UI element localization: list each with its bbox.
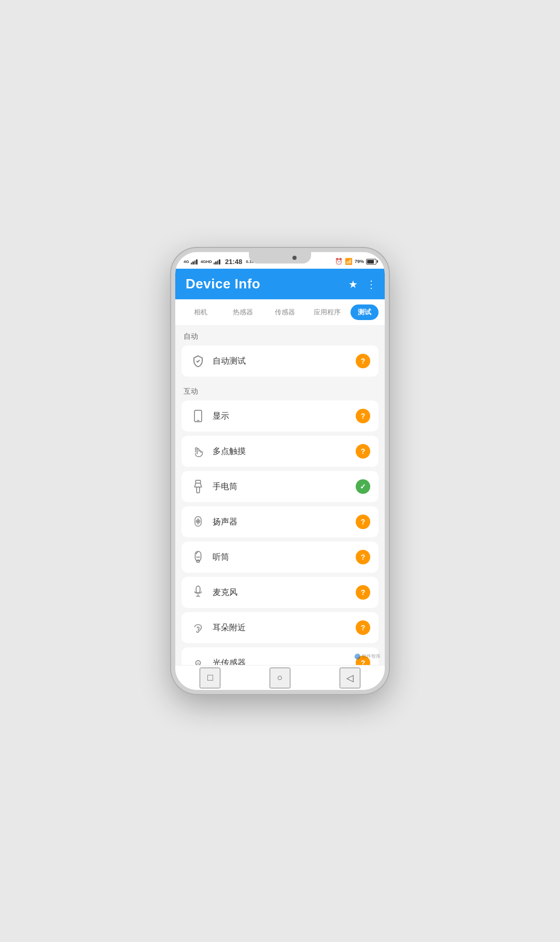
signal-bars-2 bbox=[214, 258, 220, 265]
mic-status: ? bbox=[356, 585, 370, 600]
speaker-label: 扬声器 bbox=[213, 517, 356, 528]
mic-label: 麦克风 bbox=[213, 587, 356, 598]
section-auto-label: 自动 bbox=[181, 326, 379, 345]
status-right: ⏰ 📶 79% bbox=[335, 258, 376, 265]
phone-frame: 4G 4GHD 21:48 0.10 KB/s ⏰ 📶 79% bbox=[171, 248, 389, 694]
battery-percent-label: 79% bbox=[355, 259, 364, 264]
list-item-flashlight[interactable]: 手电筒 ✓ bbox=[181, 471, 379, 502]
earpiece-status: ? bbox=[356, 550, 370, 564]
time-label: 21:48 bbox=[225, 258, 242, 266]
tab-camera[interactable]: 相机 bbox=[181, 306, 220, 319]
bottom-nav: □ ○ ◁ bbox=[175, 665, 385, 690]
svg-rect-9 bbox=[195, 551, 201, 561]
wifi-icon: 📶 bbox=[345, 258, 353, 265]
display-icon bbox=[190, 408, 206, 424]
app-title: Device Info bbox=[186, 276, 260, 292]
display-status: ? bbox=[356, 409, 370, 423]
ear-icon bbox=[190, 619, 206, 636]
star-button[interactable]: ★ bbox=[348, 279, 358, 289]
earpiece-label: 听筒 bbox=[213, 552, 356, 563]
tab-apps[interactable]: 应用程序 bbox=[309, 306, 347, 319]
list-item-auto-test[interactable]: 自动测试 ? bbox=[181, 345, 379, 377]
tab-sensor[interactable]: 传感器 bbox=[266, 306, 304, 319]
light-sensor-label: 光传感器 bbox=[213, 658, 356, 666]
more-button[interactable]: ⋮ bbox=[366, 279, 376, 289]
svg-rect-12 bbox=[196, 586, 200, 593]
ear-proximity-status: ? bbox=[356, 620, 370, 635]
list-item-display[interactable]: 显示 ? bbox=[181, 400, 379, 432]
list-container: 自动 自动测试 ? 互动 bbox=[175, 326, 385, 665]
volume-up-button[interactable] bbox=[171, 351, 172, 382]
mic-icon bbox=[190, 584, 206, 601]
touch-icon bbox=[190, 443, 206, 460]
svg-point-6 bbox=[198, 521, 199, 522]
list-item-mic[interactable]: 麦克风 ? bbox=[181, 577, 379, 608]
multitouch-label: 多点触摸 bbox=[213, 446, 356, 457]
recent-apps-button[interactable]: □ bbox=[200, 668, 220, 688]
flashlight-status: ✓ bbox=[356, 479, 370, 494]
notch bbox=[249, 252, 311, 264]
speaker-icon bbox=[190, 514, 206, 530]
mute-button[interactable] bbox=[171, 325, 172, 343]
display-label: 显示 bbox=[213, 411, 356, 422]
shield-icon bbox=[190, 353, 206, 369]
tab-test[interactable]: 测试 bbox=[351, 304, 379, 320]
ear-proximity-label: 耳朵附近 bbox=[213, 622, 356, 633]
battery-icon bbox=[366, 259, 376, 265]
svg-rect-3 bbox=[197, 487, 200, 493]
list-item-light-sensor[interactable]: A 光传感器 ? bbox=[181, 647, 379, 665]
multitouch-status: ? bbox=[356, 444, 370, 459]
signal-bars-1 bbox=[191, 258, 198, 265]
svg-text:A: A bbox=[197, 661, 200, 665]
power-button[interactable] bbox=[388, 335, 389, 361]
list-item-ear-proximity[interactable]: 耳朵附近 ? bbox=[181, 612, 379, 643]
flashlight-icon bbox=[190, 478, 206, 495]
flashlight-label: 手电筒 bbox=[213, 481, 356, 492]
speaker-status: ? bbox=[356, 515, 370, 529]
home-button[interactable]: ○ bbox=[270, 668, 290, 688]
header-actions: ★ ⋮ bbox=[348, 279, 376, 289]
auto-test-status: ? bbox=[356, 354, 370, 368]
battery-fill bbox=[367, 260, 374, 264]
watermark: 🔵 软件智库 bbox=[354, 653, 381, 660]
list-item-speaker[interactable]: 扬声器 ? bbox=[181, 506, 379, 537]
volume-down-button[interactable] bbox=[171, 390, 172, 421]
light-sensor-icon: A bbox=[190, 655, 206, 665]
app-header: Device Info ★ ⋮ bbox=[175, 269, 385, 299]
list-item-earpiece[interactable]: 听筒 ? bbox=[181, 542, 379, 573]
section-interact-label: 互动 bbox=[181, 381, 379, 400]
alarm-icon: ⏰ bbox=[335, 258, 343, 265]
earpiece-icon bbox=[190, 549, 206, 565]
back-button[interactable]: ◁ bbox=[340, 668, 360, 688]
camera-dot bbox=[292, 256, 297, 260]
tabs-row: 相机 热感器 传感器 应用程序 测试 bbox=[175, 299, 385, 326]
auto-test-label: 自动测试 bbox=[213, 356, 356, 367]
signal-4ghd-label: 4GHD bbox=[201, 259, 212, 264]
app-content: Device Info ★ ⋮ 相机 热感器 传感器 应用程序 测试 自动 bbox=[175, 269, 385, 690]
tab-thermal[interactable]: 热感器 bbox=[224, 306, 262, 319]
signal-4g-label: 4G bbox=[184, 259, 189, 264]
list-item-multitouch[interactable]: 多点触摸 ? bbox=[181, 436, 379, 467]
